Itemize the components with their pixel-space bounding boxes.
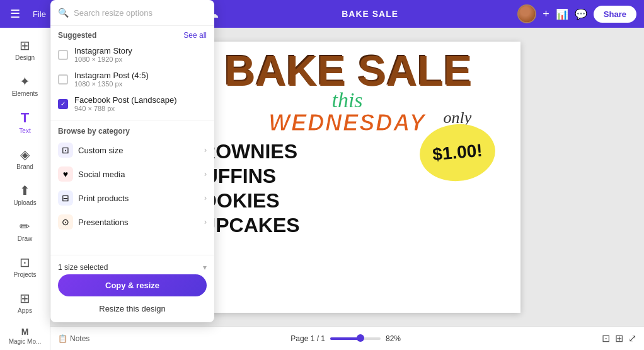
browse-item-social[interactable]: ♥ Social media › (58, 162, 207, 186)
sidebar-item-brand[interactable]: ◈ Brand (4, 142, 47, 175)
sidebar-label-elements: Elements (12, 90, 38, 97)
analytics-icon[interactable]: 📊 (556, 8, 568, 20)
checkmark-icon: ✓ (60, 100, 66, 107)
size-selected-row[interactable]: 1 size selected ▾ (58, 260, 207, 274)
browse-left-custom: ⊡ Custom size (58, 143, 124, 158)
option-name-facebook: Facebook Post (Landscape) (74, 95, 177, 105)
size-selected-text: 1 size selected (58, 263, 108, 272)
resize-dropdown-panel: 🔍 Suggested See all Instagram Story 1080… (50, 0, 214, 322)
checkbox-instagram-story[interactable] (58, 50, 68, 60)
bottombar: 📋 Notes Page 1 / 1 82% ⊡ ⊞ ⤢ (50, 326, 644, 350)
option-dims-facebook: 940 × 788 px (74, 105, 177, 112)
projects-icon: ⊡ (20, 255, 30, 270)
copy-resize-button[interactable]: Copy & resize (58, 274, 207, 296)
text-icon: T (21, 110, 29, 126)
option-dims-story: 1080 × 1920 px (74, 55, 132, 63)
browse-left-social: ♥ Social media (58, 166, 125, 182)
option-instagram-story[interactable]: Instagram Story 1080 × 1920 px (58, 42, 207, 67)
sidebar-label-draw: Draw (18, 235, 32, 242)
zoom-thumb[interactable] (357, 334, 364, 342)
sidebar-label-text: Text (19, 127, 30, 134)
search-box: 🔍 (50, 0, 214, 26)
design-icon: ⊞ (20, 38, 30, 53)
topbar-center: BAKE SALE (227, 9, 512, 19)
design-canvas[interactable]: BAKE SALE this WEDNESDAY BROWNIES MUFFIN… (174, 42, 520, 313)
option-facebook-landscape[interactable]: ✓ Facebook Post (Landscape) 940 × 788 px (58, 91, 207, 116)
comment-icon[interactable]: 💬 (575, 8, 587, 20)
browse-item-presentations[interactable]: ⊙ Presentations › (58, 210, 207, 234)
sidebar-item-apps[interactable]: ⊞ Apps (4, 286, 47, 319)
bake-sale-title: BAKE SALE (174, 42, 520, 91)
option-info-facebook: Facebook Post (Landscape) 940 × 788 px (74, 95, 177, 112)
apps-icon: ⊞ (20, 291, 30, 306)
sidebar-item-uploads[interactable]: ⬆ Uploads (4, 178, 47, 211)
see-all-button[interactable]: See all (183, 31, 207, 40)
add-collaborator-button[interactable]: + (543, 8, 549, 21)
browse-item-print[interactable]: ⊟ Print products › (58, 186, 207, 210)
main-layout: ⊞ Design ✦ Elements T Text ◈ Brand ⬆ Upl… (0, 28, 644, 350)
sidebar-item-draw[interactable]: ✏ Draw (4, 214, 47, 247)
zoom-percentage: 82% (386, 334, 401, 343)
sidebar-label-uploads: Uploads (13, 199, 37, 206)
chevron-right-icon-present: › (204, 218, 207, 226)
footer-area: 1 size selected ▾ Copy & resize Resize t… (50, 255, 214, 322)
bottombar-right: ⊡ ⊞ ⤢ (602, 332, 636, 344)
magic-icon: M (21, 327, 29, 337)
sidebar-item-design[interactable]: ⊞ Design (4, 33, 47, 66)
checkbox-facebook[interactable]: ✓ (58, 99, 68, 109)
suggested-header: Suggested See all (50, 26, 214, 42)
checkbox-instagram-post[interactable] (58, 74, 68, 85)
zoom-slider[interactable] (330, 337, 381, 340)
browse-left-print: ⊟ Print products (58, 190, 129, 206)
uploads-icon: ⬆ (20, 183, 30, 198)
social-media-icon: ♥ (58, 166, 73, 182)
price-badge: $1.00! (417, 120, 497, 184)
chevron-right-icon-print: › (204, 194, 207, 202)
zoom-fill (330, 337, 360, 340)
page-info: Page 1 / 1 (290, 334, 325, 343)
fit-screen-icon[interactable]: ⊡ (602, 332, 610, 344)
sidebar-label-magic: Magic Mo... (9, 338, 42, 345)
notes-button[interactable]: 📋 Notes (58, 334, 89, 343)
sidebar: ⊞ Design ✦ Elements T Text ◈ Brand ⬆ Upl… (0, 28, 50, 350)
search-input[interactable] (74, 8, 207, 18)
option-instagram-post[interactable]: Instagram Post (4:5) 1080 × 1350 px (58, 67, 207, 91)
sidebar-item-projects[interactable]: ⊡ Projects (4, 250, 47, 283)
chevron-down-icon: ▾ (203, 263, 207, 272)
option-info-story: Instagram Story 1080 × 1920 px (74, 46, 132, 63)
topbar-right: + 📊 💬 Share (517, 4, 636, 23)
chevron-right-icon-custom: › (204, 146, 207, 155)
search-icon: 🔍 (58, 8, 69, 18)
browse-title: Browse by category (58, 127, 207, 136)
browse-label-print: Print products (78, 194, 129, 203)
option-name-story: Instagram Story (74, 46, 132, 55)
share-button[interactable]: Share (594, 6, 636, 23)
sidebar-label-brand: Brand (16, 163, 33, 170)
hamburger-icon[interactable]: ☰ (8, 4, 23, 23)
sidebar-item-text[interactable]: T Text (4, 105, 47, 139)
file-button[interactable]: File (28, 7, 51, 21)
chevron-right-icon-social: › (204, 170, 207, 178)
price-area: only $1.00! (420, 102, 495, 199)
grid-view-icon[interactable]: ⊞ (615, 332, 623, 344)
divider (50, 120, 214, 120)
browse-item-custom[interactable]: ⊡ Custom size › (58, 138, 207, 162)
browse-label-social: Social media (78, 170, 125, 179)
sidebar-label-design: Design (15, 54, 35, 61)
browse-section: Browse by category ⊡ Custom size › ♥ Soc… (50, 124, 214, 236)
zoom-track (330, 337, 381, 340)
avatar[interactable] (517, 4, 536, 23)
suggested-label: Suggested (58, 31, 96, 40)
canvas-body: BROWNIES MUFFINS COOKIES CUPCAKES only $… (174, 140, 520, 237)
option-info-post: Instagram Post (4:5) 1080 × 1350 px (74, 71, 149, 88)
resize-design-button[interactable]: Resize this design (58, 300, 207, 317)
sidebar-item-elements[interactable]: ✦ Elements (4, 69, 47, 102)
fullscreen-icon[interactable]: ⤢ (628, 332, 636, 344)
sidebar-item-magic[interactable]: M Magic Mo... (4, 322, 47, 350)
elements-icon: ✦ (20, 74, 30, 89)
sidebar-label-apps: Apps (18, 307, 32, 314)
project-title[interactable]: BAKE SALE (342, 9, 398, 19)
bottombar-center: Page 1 / 1 82% (290, 334, 401, 343)
browse-label-presentations: Presentations (78, 218, 129, 227)
draw-icon: ✏ (20, 219, 30, 234)
